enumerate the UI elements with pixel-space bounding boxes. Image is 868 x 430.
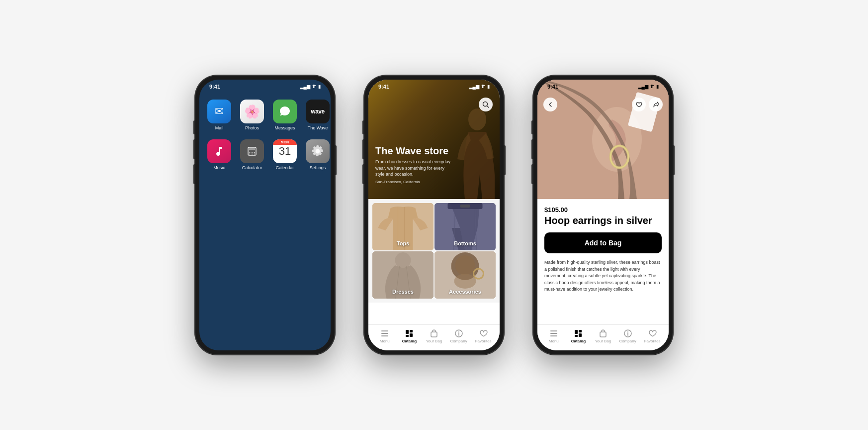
app-wave-label: The Wave (308, 125, 328, 130)
product-description: Made from high-quality sterling silver, … (544, 259, 662, 293)
phone-product: 9:41 ▂▄▆ ⇈ ▮ (533, 76, 673, 354)
svg-rect-29 (381, 333, 388, 334)
tab-favorites[interactable]: Favorites (471, 329, 496, 343)
tab-menu[interactable]: Menu (372, 329, 397, 343)
tab-favorites-p[interactable]: Favorites (640, 329, 665, 343)
svg-point-25 (455, 255, 475, 275)
tab-company-p[interactable]: Company (615, 329, 640, 343)
svg-rect-48 (579, 330, 582, 332)
tab-catalog-label: Catalog (402, 339, 417, 343)
category-grid: Tops Bottoms (368, 199, 500, 303)
battery-icon-3: ▮ (656, 84, 659, 89)
app-photos[interactable]: 🌸 Photos (240, 100, 264, 130)
battery-icon: ▮ (318, 84, 321, 89)
catalog-hero: 9:41 ▂▄▆ ⇈ ▮ (368, 80, 500, 199)
svg-point-8 (468, 108, 486, 130)
calendar-icon: MON 31 (273, 139, 297, 163)
phone-catalog: 9:41 ▂▄▆ ⇈ ▮ (364, 76, 504, 354)
app-music[interactable]: Music (207, 139, 231, 170)
tab-menu-label: Menu (380, 339, 390, 343)
svg-rect-33 (406, 335, 409, 337)
category-accessories[interactable]: Accessories (434, 251, 496, 299)
catalog-screen: 9:41 ▂▄▆ ⇈ ▮ (368, 80, 500, 350)
svg-rect-44 (550, 330, 557, 331)
home-screen: 9:41 ▂▄▆ ⇈ ▮ ✉ Mail 🌸 Photos (199, 80, 331, 350)
cal-month: MON (273, 139, 297, 145)
product-nav (537, 98, 669, 111)
wifi-icon-2: ⇈ (481, 84, 485, 89)
svg-rect-49 (575, 335, 578, 337)
tops-label: Tops (397, 240, 409, 246)
add-to-bag-button[interactable]: Add to Bag (544, 232, 662, 253)
svg-point-2 (250, 152, 251, 153)
wave-logo-text: wave (309, 107, 326, 116)
svg-point-4 (254, 152, 255, 153)
calculator-icon (240, 139, 264, 163)
tab-catalog-p[interactable]: Catalog (566, 329, 591, 343)
svg-rect-28 (381, 330, 388, 331)
tab-bag[interactable]: Your Bag (422, 329, 446, 343)
tab-bag-label: Your Bag (426, 339, 442, 343)
tab-menu-p[interactable]: Menu (541, 329, 566, 343)
svg-point-27 (454, 274, 476, 289)
svg-rect-47 (575, 330, 578, 334)
signal-icon-2: ▂▄▆ (469, 84, 479, 89)
tab-company-p-label: Company (619, 339, 636, 343)
accessories-label: Accessories (449, 289, 481, 295)
product-status-icons: ▂▄▆ ⇈ ▮ (638, 84, 659, 89)
cal-day: 31 (279, 146, 291, 157)
svg-point-54 (627, 331, 628, 332)
svg-point-5 (250, 154, 251, 155)
svg-rect-30 (381, 335, 388, 336)
category-bottoms[interactable]: Bottoms (434, 203, 496, 250)
bottoms-label: Bottoms (454, 240, 476, 246)
tab-bar-product: Menu Catalog Your Bag (537, 324, 669, 350)
svg-point-6 (252, 154, 253, 155)
tab-bag-p[interactable]: Your Bag (591, 329, 615, 343)
status-bar-home: 9:41 ▂▄▆ ⇈ ▮ (199, 80, 331, 92)
product-name: Hoop earrings in silver (544, 215, 662, 226)
app-calendar[interactable]: MON 31 Calendar (273, 139, 297, 170)
status-bar-catalog: 9:41 ▂▄▆ ⇈ ▮ (368, 80, 500, 92)
status-bar-product: 9:41 ▂▄▆ ⇈ ▮ (537, 80, 669, 92)
category-tops[interactable]: Tops (372, 203, 434, 250)
dresses-label: Dresses (392, 289, 414, 295)
svg-point-38 (458, 331, 459, 332)
app-messages-label: Messages (274, 125, 295, 130)
svg-rect-46 (550, 335, 557, 336)
svg-rect-50 (579, 333, 582, 337)
hero-text-area: The Wave store From chic dresses to casu… (375, 145, 455, 184)
app-grid: ✉ Mail 🌸 Photos Messages wave (199, 92, 331, 178)
share-button[interactable] (649, 98, 663, 111)
photos-icon: 🌸 (240, 100, 264, 123)
tab-catalog[interactable]: Catalog (397, 329, 422, 343)
svg-point-20 (395, 252, 411, 268)
phone-home: 9:41 ▂▄▆ ⇈ ▮ ✉ Mail 🌸 Photos (195, 76, 335, 354)
signal-icon-3: ▂▄▆ (638, 84, 648, 89)
app-settings[interactable]: Settings (306, 139, 330, 170)
settings-icon (306, 139, 330, 163)
search-button[interactable] (479, 98, 493, 111)
category-dresses[interactable]: Dresses (372, 251, 434, 299)
app-wave[interactable]: wave The Wave (306, 100, 330, 130)
app-mail-label: Mail (215, 125, 224, 130)
app-calendar-label: Calendar (276, 165, 294, 170)
app-messages[interactable]: Messages (273, 100, 297, 130)
svg-rect-32 (410, 330, 413, 332)
signal-icon: ▂▄▆ (300, 84, 310, 89)
favorite-button[interactable] (632, 98, 646, 111)
tab-catalog-p-label: Catalog (571, 339, 586, 343)
action-buttons (632, 98, 663, 111)
messages-icon (273, 100, 297, 123)
app-mail[interactable]: ✉ Mail (207, 100, 231, 130)
product-time: 9:41 (547, 84, 558, 90)
tab-company-label: Company (450, 339, 467, 343)
svg-rect-35 (431, 332, 437, 337)
app-calculator[interactable]: Calculator (240, 139, 264, 170)
tab-company[interactable]: Company (446, 329, 471, 343)
tab-favorites-label: Favorites (475, 339, 492, 343)
battery-icon-2: ▮ (487, 84, 490, 89)
back-button[interactable] (543, 98, 557, 111)
svg-line-10 (487, 106, 489, 108)
hero-title: The Wave store (375, 145, 455, 157)
